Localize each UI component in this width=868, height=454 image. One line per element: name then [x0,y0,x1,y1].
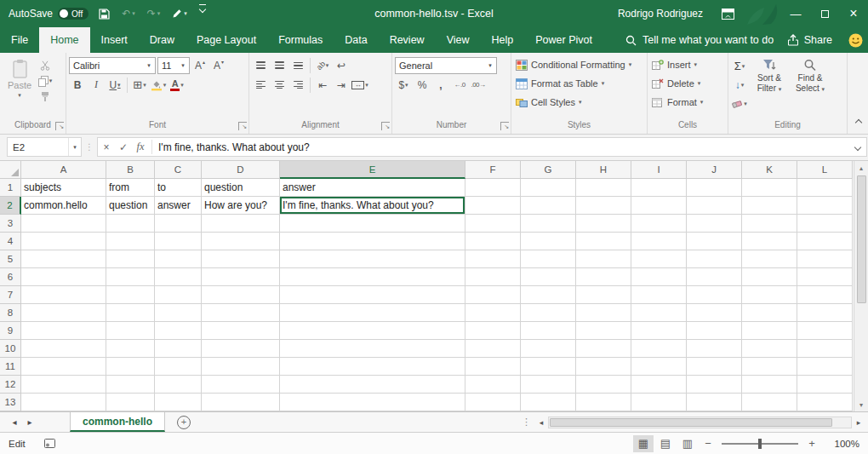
cell-C12[interactable] [155,376,202,394]
row-header-11[interactable]: 11 [0,358,21,376]
expand-formula-bar-button[interactable] [849,145,866,150]
cell-K6[interactable] [742,268,797,286]
bold-button[interactable]: B [69,77,86,94]
align-middle-button[interactable] [271,57,288,74]
scroll-down-button[interactable]: ▾ [854,398,868,411]
cell-L11[interactable] [797,358,853,376]
formula-input[interactable]: I'm fine, thanks. What about you? [155,141,849,153]
feedback-smiley-button[interactable] [842,27,868,53]
column-header-E[interactable]: E [280,161,465,179]
cell-E2[interactable]: I'm fine, thanks. What about you? [280,197,465,215]
fill-color-button[interactable]: ▾ [150,77,167,94]
align-center-button[interactable] [271,77,288,94]
clear-button[interactable]: ▾ [731,95,748,112]
cell-G6[interactable] [521,268,576,286]
cell-K9[interactable] [742,322,797,340]
insert-function-button[interactable]: fx [132,141,149,153]
cell-F13[interactable] [465,394,521,411]
collapse-ribbon-button[interactable] [856,113,861,129]
tab-scrollbar-divider[interactable]: ⋮ [518,417,534,428]
cell-C5[interactable] [155,250,202,268]
cell-F9[interactable] [465,322,521,340]
cell-F7[interactable] [465,286,521,304]
format-painter-button[interactable] [37,89,54,103]
increase-indent-button[interactable]: ⇥ [333,77,350,94]
undo-button[interactable]: ↶▾ [120,4,137,23]
previous-sheet-button[interactable]: ◂ [7,417,22,427]
cell-A4[interactable] [21,233,106,250]
orientation-button[interactable]: ab▾ [314,57,331,74]
pen-tool-button[interactable]: ▾ [170,4,189,23]
font-color-button[interactable]: A ▾ [168,77,186,94]
row-header-3[interactable]: 3 [0,215,21,233]
column-header-A[interactable]: A [21,161,106,179]
cell-I1[interactable] [631,179,687,197]
cell-H6[interactable] [576,268,631,286]
cell-K1[interactable] [742,179,797,197]
cell-L13[interactable] [797,394,853,411]
column-header-K[interactable]: K [742,161,797,179]
copy-button[interactable]: ▾ [37,74,54,88]
number-format-combo[interactable]: General ▾ [395,57,497,74]
cell-J1[interactable] [687,179,742,197]
decrease-font-size-button[interactable]: A▾ [210,57,227,74]
cell-C9[interactable] [155,322,202,340]
cell-G13[interactable] [521,394,576,411]
close-button[interactable]: × [839,0,868,27]
cell-L1[interactable] [797,179,853,197]
cell-B6[interactable] [106,268,155,286]
cell-J13[interactable] [687,394,742,411]
cell-A10[interactable] [21,340,106,358]
save-button[interactable] [97,4,111,23]
cell-H5[interactable] [576,250,631,268]
cell-H8[interactable] [576,304,631,322]
insert-cells-button[interactable]: Insert ▾ [650,55,725,74]
autosum-button[interactable]: Σ▾ [731,57,748,75]
cell-D1[interactable]: question [202,179,280,197]
cell-K3[interactable] [742,215,797,233]
scroll-up-button[interactable]: ▴ [854,161,868,175]
cell-A8[interactable] [21,304,106,322]
cell-A12[interactable] [21,376,106,394]
cell-B8[interactable] [106,304,155,322]
cell-B2[interactable]: question [106,197,155,215]
cell-E1[interactable]: answer [280,179,465,197]
cell-G7[interactable] [521,286,576,304]
cell-E3[interactable] [280,215,465,233]
percent-style-button[interactable]: % [414,77,431,94]
vertical-scrollbar-thumb[interactable] [857,175,866,303]
italic-button[interactable]: I [88,77,105,94]
row-header-13[interactable]: 13 [0,394,21,411]
cell-D5[interactable] [202,250,280,268]
cell-G10[interactable] [521,340,576,358]
cell-I5[interactable] [631,250,687,268]
font-name-combo[interactable]: Calibri ▾ [69,57,156,74]
cell-B13[interactable] [106,394,155,411]
enter-button[interactable]: ✓ [115,141,132,153]
cell-C11[interactable] [155,358,202,376]
paste-button[interactable]: Paste ▾ [3,55,37,103]
scroll-left-button[interactable]: ◂ [534,418,548,427]
select-all-button[interactable] [0,161,21,179]
conditional-formatting-button[interactable]: Conditional Formatting ▾ [514,55,644,74]
tell-me-box[interactable]: Tell me what you want to do [625,27,774,53]
cell-D2[interactable]: How are you? [202,197,280,215]
horizontal-scrollbar-track[interactable] [548,417,852,428]
user-name[interactable]: Rodrigo Rodriguez [618,8,703,20]
cell-H2[interactable] [576,197,631,215]
clipboard-dialog-launcher[interactable]: ↘ [55,122,64,130]
cell-H7[interactable] [576,286,631,304]
row-header-12[interactable]: 12 [0,376,21,394]
merge-center-button[interactable]: ↔▾ [351,77,368,94]
cell-A13[interactable] [21,394,106,411]
column-header-J[interactable]: J [687,161,742,179]
cell-G2[interactable] [521,197,576,215]
record-macro-button[interactable] [44,439,55,448]
cell-C13[interactable] [155,394,202,411]
font-dialog-launcher[interactable]: ↘ [238,122,247,130]
cell-J4[interactable] [687,233,742,250]
cell-A2[interactable]: common.hello [21,197,106,215]
cell-E12[interactable] [280,376,465,394]
tab-home[interactable]: Home [39,27,89,53]
cell-G3[interactable] [521,215,576,233]
